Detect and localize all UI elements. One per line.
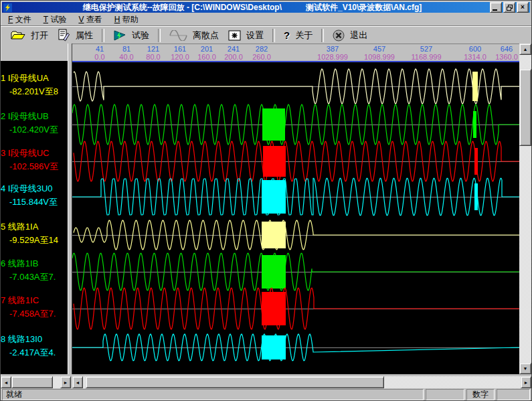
scroll-left-button[interactable]: ◄ (1, 376, 11, 388)
test-button[interactable]: 试验 (108, 29, 154, 42)
ruler-sample-label: 241 (228, 45, 240, 53)
channel-label-7[interactable]: 7 线路1IC-7.458A至7. (1, 294, 68, 321)
ruler-sample-label: 600 (469, 45, 481, 53)
channel-number: 6 (1, 258, 5, 268)
waveform-canvas[interactable] (72, 61, 519, 374)
channel-range: -82.201V至8 (1, 85, 68, 98)
scroll-left-button[interactable]: ◄ (72, 376, 83, 388)
event-marker-block-7 (262, 292, 286, 325)
triangle-up-icon: ▲ (523, 47, 528, 52)
channel-label-1[interactable]: 1 Ⅰ段母线UA-82.201V至8 (1, 72, 68, 98)
minimize-button[interactable] (490, 2, 502, 13)
cursor-mark-2 (473, 111, 476, 138)
channel-name: Ⅰ段母线UB (8, 111, 49, 121)
menu-label: 查看 (86, 15, 102, 24)
ruler-sample-label: 201 (201, 45, 213, 53)
channel-label-2[interactable]: 2 Ⅰ段母线UB-102.420V至 (1, 110, 68, 137)
hscroll-thumb-right[interactable] (86, 376, 384, 388)
waveform-trace-1 (74, 69, 519, 104)
channel-number: 7 (1, 295, 5, 305)
menu-label: 帮助 (122, 15, 139, 24)
settings-button[interactable]: 设置 (224, 29, 268, 42)
channel-range: -102.420V至 (1, 123, 68, 137)
ruler-sample-label: 387 (327, 45, 339, 53)
vertical-scroll-track[interactable] (519, 55, 531, 363)
channel-label-8[interactable]: 8 线路13I0-2.417A至4. (1, 333, 68, 359)
toolbar-separator (102, 29, 104, 42)
ruler-sample-label: 646 (501, 45, 513, 53)
channel-range: -102.586V至 (1, 160, 68, 173)
document-pen-icon (58, 29, 70, 42)
exit-button[interactable]: 退出 (328, 29, 372, 42)
scroll-right-button[interactable]: ► (521, 376, 531, 388)
status-panel-empty-2 (497, 389, 530, 400)
menu-item-H[interactable]: H 帮助 (108, 13, 145, 26)
channel-label-4[interactable]: 4 Ⅰ段母线3U0-115.844V至 (1, 182, 68, 209)
open-button[interactable]: 打开 (6, 29, 53, 42)
vertical-scroll-thumb[interactable] (519, 69, 531, 146)
menu-item-V[interactable]: V 查看 (72, 13, 108, 26)
hscroll-track-right[interactable] (83, 376, 521, 388)
question-icon: ? (284, 29, 290, 41)
waveform-trace-8 (72, 334, 519, 361)
scroll-up-button[interactable]: ▲ (519, 44, 531, 55)
exit-icon (333, 29, 345, 42)
cursor-mark-1 (472, 72, 478, 101)
channel-number: 5 (1, 222, 5, 232)
waveform-top-divider (72, 61, 519, 62)
discrete-button[interactable]: 离散点 (165, 29, 224, 42)
event-marker-block-8 (262, 335, 286, 359)
restore-button[interactable] (503, 2, 515, 13)
properties-button[interactable]: 属性 (53, 28, 98, 42)
ruler-time-label: 200.0 (224, 53, 243, 61)
channel-name: 线路13I0 (8, 334, 42, 344)
waveform-plot (72, 61, 519, 374)
ruler-time-label: 1028.999 (317, 53, 348, 61)
channel-range: -7.043A至7. (1, 270, 68, 284)
triangle-down-icon: ▼ (523, 366, 528, 371)
channel-label-3[interactable]: 3 Ⅰ段母线UC-102.586V至 (1, 147, 68, 173)
channel-baseline (72, 161, 519, 162)
channel-label-5[interactable]: 5 线路1IA-9.529A至14 (1, 220, 68, 247)
event-marker-block-3 (263, 146, 286, 177)
event-marker-block-4 (262, 180, 286, 214)
channel-label-6[interactable]: 6 线路1IB-7.043A至7. (1, 257, 68, 284)
status-panel-empty-1 (426, 389, 464, 400)
vertical-scrollbar: ▲ ▼ (519, 44, 531, 374)
ruler-time-label: 120.0 (171, 53, 189, 61)
scroll-down-button[interactable]: ▼ (519, 363, 531, 374)
triangle-left-icon: ◄ (4, 380, 9, 385)
hscroll-track-left[interactable] (11, 376, 60, 388)
ruler-sample-label: 282 (256, 45, 268, 53)
settings-button-label: 设置 (246, 29, 264, 42)
panel-splitter[interactable] (68, 44, 72, 374)
about-button[interactable]: ?关于 (279, 29, 317, 42)
window-title-right: 测试软件_V10\录波数据\AN.cfg] (306, 2, 422, 13)
channel-range: -7.458A至7. (1, 307, 68, 321)
status-ready: 就绪 (2, 389, 424, 400)
hscroll-thumb-left[interactable] (11, 376, 53, 388)
toolbar: 打开属性试验离散点设置?关于退出 (2, 27, 530, 44)
menu-label: 文件 (15, 15, 31, 24)
menu-mnemonic: V (78, 15, 84, 24)
ruler-sample-label: 41 (96, 45, 104, 53)
waveform-hscrollbar: ◄ ► (72, 376, 531, 388)
properties-button-label: 属性 (76, 29, 93, 42)
open-folder-icon (11, 30, 25, 41)
ruler-sample-label: 121 (147, 45, 159, 53)
menu-item-T[interactable]: T 试验 (37, 13, 73, 26)
sine-wave-icon (169, 30, 187, 41)
toolbar-separator (321, 29, 324, 42)
menu-mnemonic: T (43, 15, 48, 24)
status-mode: 数字 (466, 389, 495, 400)
menu-item-F[interactable]: F 文件 (2, 13, 37, 26)
close-button[interactable]: × (517, 2, 529, 13)
ruler-time-label: 160.0 (197, 53, 216, 61)
test-button-label: 试验 (132, 29, 149, 42)
ruler-time-label: 260.0 (252, 53, 271, 61)
channel-number: 3 (1, 148, 5, 158)
scroll-right-button[interactable]: ► (60, 376, 71, 388)
channel-number: 1 (1, 73, 5, 83)
channel-number: 2 (1, 111, 5, 121)
cursor-mark-3 (474, 148, 478, 175)
